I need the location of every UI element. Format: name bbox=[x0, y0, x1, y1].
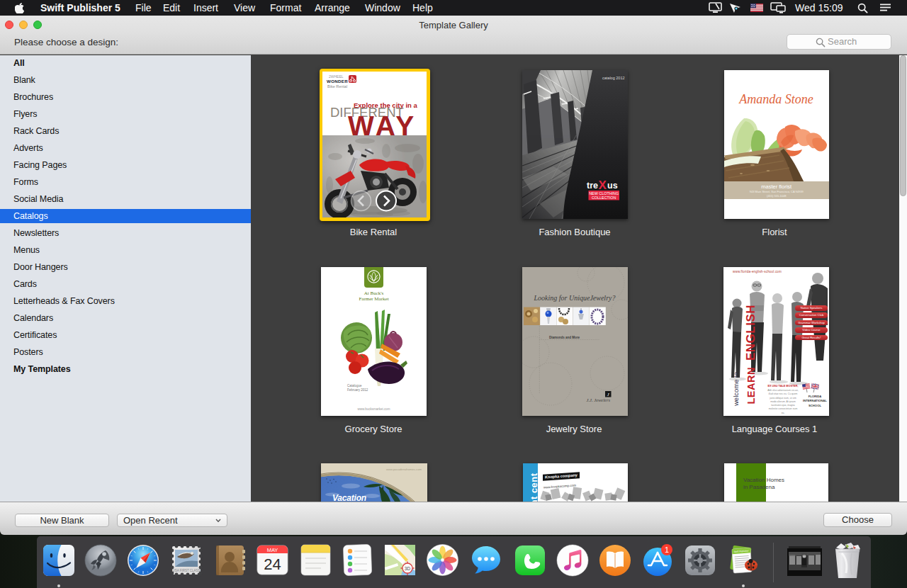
svg-text:tre: tre bbox=[587, 181, 598, 191]
svg-text:welcome to: welcome to bbox=[732, 372, 740, 407]
svg-text:us: us bbox=[607, 181, 618, 191]
svg-text:catalog 2012: catalog 2012 bbox=[602, 76, 625, 80]
svg-text:3D: 3D bbox=[405, 566, 411, 571]
svg-text:MAY: MAY bbox=[267, 547, 278, 553]
svg-text:Vacation: Vacation bbox=[332, 493, 366, 502]
svg-text:1: 1 bbox=[665, 545, 669, 554]
svg-text:J.J. Jewelers: J.J. Jewelers bbox=[587, 397, 611, 402]
svg-text:Looking for UniqueJewelry?: Looking for UniqueJewelry? bbox=[534, 294, 616, 302]
svg-text:www.pasadenahomes.com: www.pasadenahomes.com bbox=[386, 468, 422, 471]
svg-text:USA FIRST CLASS: USA FIRST CLASS bbox=[172, 569, 200, 572]
svg-text:24: 24 bbox=[264, 555, 281, 573]
svg-text:ENGLISH: ENGLISH bbox=[744, 305, 757, 361]
svg-text:LEARN: LEARN bbox=[745, 367, 757, 404]
svg-text:Diamonds and More: Diamonds and More bbox=[549, 336, 580, 339]
svg-text:X: X bbox=[599, 179, 607, 192]
svg-text:COLLECTION: COLLECTION bbox=[592, 196, 616, 200]
